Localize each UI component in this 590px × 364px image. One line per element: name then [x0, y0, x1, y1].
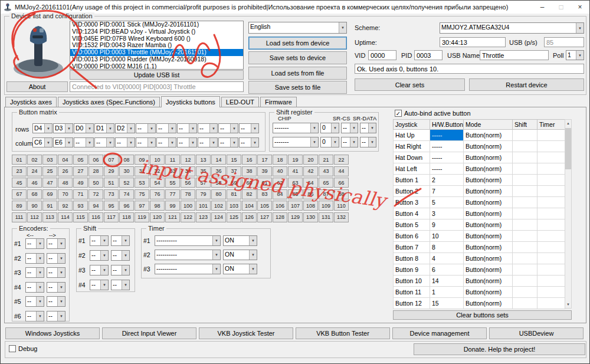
matrix-button-125[interactable]: 125: [227, 212, 241, 222]
matrix-button-29[interactable]: 29: [104, 166, 119, 176]
bindings-cell[interactable]: Button(norm): [464, 197, 513, 208]
sr-cs-select[interactable]: --▼: [341, 137, 358, 147]
usb-name-field[interactable]: Throttle: [480, 50, 549, 60]
load-sets-from-device-button[interactable]: Load sets from device: [248, 37, 347, 50]
timer-on-select[interactable]: ON▼: [223, 264, 257, 274]
matrix-button-59[interactable]: 59: [227, 178, 241, 188]
matrix-button-92[interactable]: 92: [58, 201, 73, 211]
bindings-cell[interactable]: [537, 152, 565, 163]
bindings-cell[interactable]: 4: [430, 253, 464, 264]
matrix-button-61[interactable]: 61: [257, 178, 272, 188]
matrix-button-53[interactable]: 53: [135, 178, 149, 188]
bindings-cell[interactable]: Hat Left: [394, 163, 430, 175]
encoder-right-select[interactable]: --▼: [47, 238, 65, 249]
matrix-button-73[interactable]: 73: [104, 189, 119, 199]
matrix-button-66[interactable]: 66: [334, 178, 349, 188]
matrix-button-32[interactable]: 32: [150, 166, 165, 176]
encoder-left-select[interactable]: --▼: [25, 311, 44, 322]
bindings-cell[interactable]: -----: [430, 152, 464, 163]
sr-data-select[interactable]: --▼: [360, 123, 376, 133]
sr-chip-select[interactable]: -------▼: [273, 123, 319, 133]
table-row[interactable]: Button 1014Button(norm): [394, 276, 565, 287]
matrix-button-112[interactable]: 112: [27, 212, 42, 222]
bindings-cell[interactable]: [537, 264, 565, 276]
matrix-button-47[interactable]: 47: [42, 178, 57, 188]
matrix-button-16[interactable]: 16: [242, 155, 257, 165]
matrix-button-107[interactable]: 107: [288, 201, 303, 211]
autobind-checkbox[interactable]: ✓ Auto-bind active button: [395, 110, 471, 117]
bindings-cell[interactable]: Button(norm): [464, 287, 513, 298]
matrix-button-106[interactable]: 106: [273, 201, 287, 211]
matrix-row-select[interactable]: --▼: [136, 123, 156, 133]
about-button[interactable]: About: [6, 81, 68, 92]
bindings-cell[interactable]: Button(norm): [464, 253, 513, 264]
matrix-button-128[interactable]: 128: [273, 212, 287, 222]
matrix-button-83[interactable]: 83: [257, 189, 272, 199]
matrix-button-124[interactable]: 124: [211, 212, 226, 222]
bindings-cell[interactable]: Button(norm): [464, 276, 513, 287]
restart-device-button[interactable]: Restart device: [469, 78, 584, 91]
bindings-cell[interactable]: Button 12: [394, 298, 430, 309]
matrix-button-31[interactable]: 31: [135, 166, 149, 176]
encoder-right-select[interactable]: --▼: [47, 311, 65, 322]
save-sets-to-file-button[interactable]: Save sets to file: [248, 81, 347, 94]
matrix-button-103[interactable]: 103: [227, 201, 241, 211]
bindings-cell[interactable]: 15: [430, 298, 464, 309]
matrix-button-79[interactable]: 79: [196, 189, 211, 199]
bindings-cell[interactable]: [513, 163, 537, 175]
encoder-right-select[interactable]: --▼: [47, 296, 65, 307]
encoder-right-select[interactable]: --▼: [47, 282, 65, 293]
matrix-button-15[interactable]: 15: [227, 155, 241, 165]
bindings-cell[interactable]: [513, 219, 537, 231]
table-row[interactable]: Hat Down-----Button(norm): [394, 152, 565, 163]
matrix-button-41[interactable]: 41: [288, 166, 303, 176]
encoder-left-select[interactable]: --▼: [25, 282, 44, 293]
tab-firmware[interactable]: Firmware: [260, 97, 297, 107]
table-row[interactable]: Hat Left-----Button(norm): [394, 163, 565, 175]
matrix-button-67[interactable]: 67: [12, 189, 27, 199]
bindings-cell[interactable]: Button(norm): [464, 175, 513, 186]
matrix-button-23[interactable]: 23: [12, 166, 27, 176]
bindings-cell[interactable]: [513, 141, 537, 152]
shift-first-select[interactable]: --▼: [90, 280, 109, 290]
matrix-button-122[interactable]: 122: [181, 212, 195, 222]
bindings-cell[interactable]: [537, 163, 565, 175]
timer-source-select[interactable]: ----------▼: [155, 235, 221, 246]
matrix-column-select[interactable]: --▼: [136, 137, 156, 147]
matrix-button-74[interactable]: 74: [119, 189, 134, 199]
matrix-button-49[interactable]: 49: [73, 178, 88, 188]
sr-num-select[interactable]: 0▼: [320, 123, 339, 133]
vid-field[interactable]: 0000: [368, 50, 396, 60]
matrix-button-57[interactable]: 57: [196, 178, 211, 188]
matrix-button-81[interactable]: 81: [227, 189, 241, 199]
matrix-button-105[interactable]: 105: [257, 201, 272, 211]
bindings-cell[interactable]: 3: [430, 208, 464, 219]
matrix-button-55[interactable]: 55: [165, 178, 180, 188]
shift-second-select[interactable]: --▼: [111, 250, 130, 261]
matrix-button-118[interactable]: 118: [119, 212, 134, 222]
device-list[interactable]: VID:0000 PID:0001 Stick (MMJoy2-20161101…: [70, 21, 244, 70]
matrix-column-select[interactable]: --▼: [115, 137, 135, 147]
matrix-button-5[interactable]: 05: [73, 155, 88, 165]
bindings-cell[interactable]: -----: [430, 141, 464, 152]
matrix-button-129[interactable]: 129: [288, 212, 303, 222]
clear-sets-button[interactable]: Clear sets: [355, 78, 465, 91]
matrix-row-select[interactable]: --▼: [239, 123, 259, 133]
bindings-cell[interactable]: [513, 197, 537, 208]
tab-joysticks-axes[interactable]: Joysticks axes: [5, 97, 57, 107]
bindings-cell[interactable]: Button(norm): [464, 186, 513, 197]
table-row[interactable]: Button 78Button(norm): [394, 242, 565, 253]
sr-chip-select[interactable]: -------▼: [273, 137, 319, 147]
matrix-button-28[interactable]: 28: [88, 166, 103, 176]
tab-led-out[interactable]: LED-OUT: [221, 97, 259, 107]
matrix-button-6[interactable]: 06: [88, 155, 103, 165]
matrix-button-4[interactable]: 04: [58, 155, 73, 165]
table-row[interactable]: Hat Right-----Button(norm): [394, 141, 565, 152]
matrix-column-select[interactable]: --▼: [177, 137, 197, 147]
bindings-cell[interactable]: [537, 219, 565, 231]
matrix-row-select[interactable]: D1▼: [94, 123, 114, 133]
bindings-cell[interactable]: 1: [430, 287, 464, 298]
device-list-item[interactable]: VID:0000 PID:0002 MJ16 (1.1): [70, 63, 243, 70]
table-row[interactable]: Hat Up-----Button(norm): [394, 130, 565, 141]
matrix-button-108[interactable]: 108: [303, 201, 318, 211]
